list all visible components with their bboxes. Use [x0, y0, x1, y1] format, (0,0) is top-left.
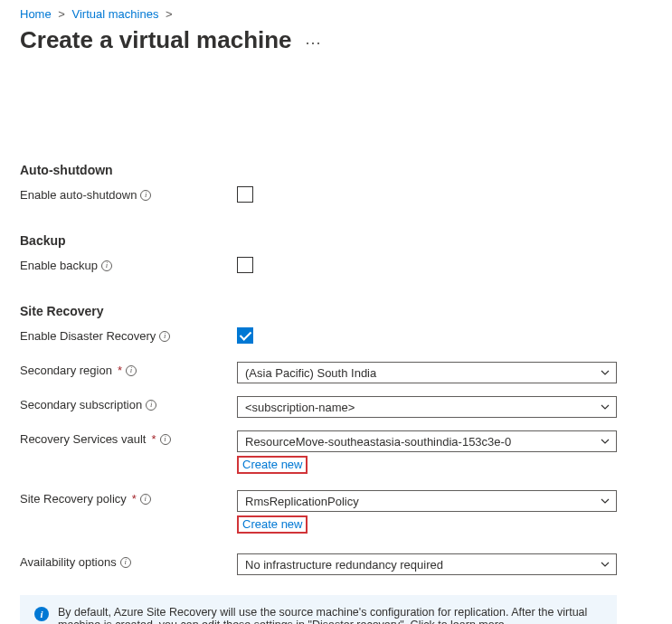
link-create-new-policy[interactable]: Create new	[239, 517, 306, 532]
page-title: Create a virtual machine	[20, 26, 292, 54]
checkbox-enable-backup[interactable]	[237, 257, 253, 273]
select-site-recovery-policy[interactable]: RmsReplicationPolicy	[237, 490, 617, 512]
info-icon[interactable]	[159, 331, 170, 342]
more-actions-button[interactable]: ⋯	[305, 27, 321, 52]
highlight-box: Create new	[237, 515, 308, 534]
info-icon[interactable]	[126, 365, 137, 376]
chevron-down-icon	[600, 436, 610, 447]
breadcrumb-virtual-machines[interactable]: Virtual machines	[72, 7, 159, 21]
chevron-down-icon	[600, 559, 610, 570]
info-banner-text: By default, Azure Site Recovery will use…	[58, 606, 602, 624]
select-availability-options[interactable]: No infrastructure redundancy required	[237, 553, 617, 575]
checkbox-enable-disaster-recovery[interactable]	[237, 327, 253, 344]
select-value: (Asia Pacific) South India	[245, 366, 376, 380]
chevron-down-icon	[600, 367, 610, 378]
select-value: ResourceMove-southeastasia-southindia-15…	[245, 435, 511, 449]
checkbox-enable-auto-shutdown[interactable]	[237, 186, 253, 203]
info-icon	[34, 607, 49, 621]
select-value: No infrastructure redundancy required	[245, 558, 443, 572]
select-recovery-services-vault[interactable]: ResourceMove-southeastasia-southindia-15…	[237, 430, 617, 452]
info-icon[interactable]	[146, 400, 156, 411]
select-secondary-subscription[interactable]: <subscription-name>	[237, 396, 617, 418]
info-icon[interactable]	[160, 434, 171, 445]
info-icon[interactable]	[120, 557, 131, 568]
section-heading-site-recovery: Site Recovery	[20, 304, 652, 318]
select-secondary-region[interactable]: (Asia Pacific) South India	[237, 362, 617, 383]
highlight-box: Create new	[237, 456, 308, 474]
info-icon[interactable]	[140, 494, 151, 505]
label-recovery-services-vault: Recovery Services vault	[20, 432, 146, 446]
breadcrumb-home[interactable]: Home	[20, 7, 52, 21]
select-value: <subscription-name>	[245, 401, 355, 414]
label-secondary-region: Secondary region	[20, 364, 112, 377]
select-value: RmsReplicationPolicy	[245, 495, 359, 508]
chevron-down-icon	[600, 402, 610, 412]
info-banner-site-recovery[interactable]: By default, Azure Site Recovery will use…	[20, 595, 617, 624]
breadcrumb: Home > Virtual machines >	[20, 7, 652, 21]
link-create-new-vault[interactable]: Create new	[239, 458, 306, 472]
label-availability-options: Availability options	[20, 555, 117, 569]
label-enable-auto-shutdown: Enable auto-shutdown	[20, 188, 137, 202]
required-indicator: *	[132, 492, 137, 506]
chevron-right-icon: >	[166, 7, 173, 21]
chevron-down-icon	[600, 496, 610, 506]
info-icon[interactable]	[101, 260, 112, 271]
label-secondary-subscription: Secondary subscription	[20, 398, 142, 411]
info-icon[interactable]	[140, 190, 151, 201]
label-site-recovery-policy: Site Recovery policy	[20, 492, 127, 506]
label-enable-disaster-recovery: Enable Disaster Recovery	[20, 329, 156, 343]
required-indicator: *	[151, 432, 156, 446]
section-heading-backup: Backup	[20, 233, 652, 248]
label-enable-backup: Enable backup	[20, 259, 98, 272]
required-indicator: *	[118, 364, 122, 377]
chevron-right-icon: >	[58, 7, 65, 21]
section-heading-auto-shutdown: Auto-shutdown	[20, 163, 652, 177]
